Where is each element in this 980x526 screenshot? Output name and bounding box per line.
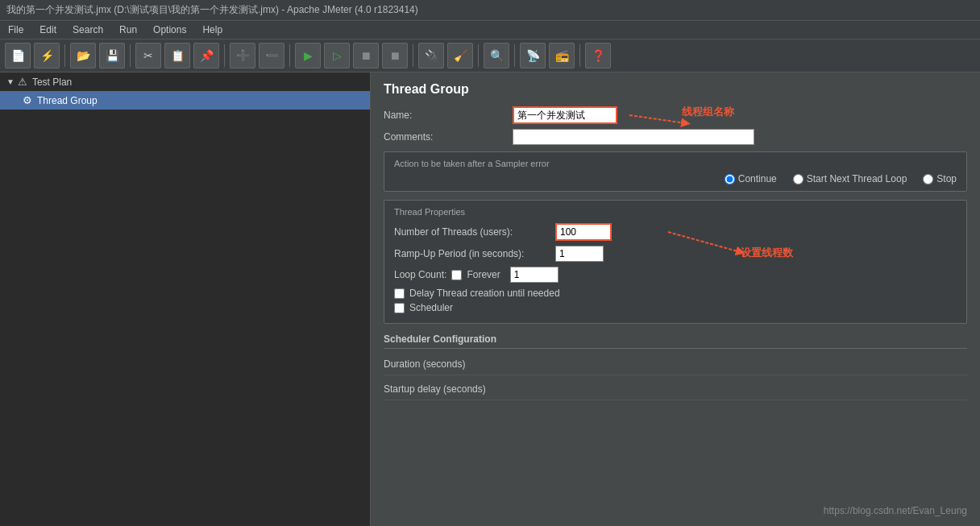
tree-toggle[interactable]: ▼ (6, 77, 15, 86)
loop-row: Loop Count: Forever (394, 267, 957, 283)
stop-now-button[interactable]: ⏹ (382, 43, 408, 68)
toolbar-sep-5 (413, 44, 413, 67)
radio-continue[interactable]: Continue (725, 173, 777, 184)
forever-label: Forever (467, 269, 500, 280)
action-section-title: Action to be taken after a Sampler error (394, 159, 957, 168)
scheduler-label: Scheduler (409, 302, 453, 313)
toolbar-sep-7 (514, 44, 515, 67)
startup-delay-input[interactable] (513, 382, 593, 396)
thread-properties-section: Thread Properties Number of Threads (use… (384, 200, 967, 324)
scheduler-checkbox[interactable] (394, 303, 405, 313)
remote-stop-all-button[interactable]: 📻 (549, 43, 575, 68)
stop-button[interactable]: ⏹ (353, 43, 379, 68)
radio-stop[interactable]: Stop (923, 173, 957, 184)
name-annotation: 线程组名称 (682, 105, 734, 119)
copy-button[interactable]: 📋 (164, 43, 190, 68)
new-button[interactable]: 📄 (5, 43, 31, 68)
remote-start-all-button[interactable]: 📡 (520, 43, 546, 68)
testplan-label: Test Plan (32, 77, 72, 88)
name-input[interactable] (513, 106, 617, 124)
title-bar: 我的第一个并发测试.jmx (D:\测试项目\我的第一个并发测试.jmx) - … (0, 0, 980, 21)
delay-label: Delay Thread creation until needed (409, 288, 560, 299)
comments-input[interactable] (513, 129, 754, 145)
startup-delay-row: Startup delay (seconds) (384, 379, 967, 400)
open-button[interactable]: 📂 (70, 43, 96, 68)
paste-button[interactable]: 📌 (193, 43, 219, 68)
templates-button[interactable]: ⚡ (34, 43, 60, 68)
rampup-row: Ramp-Up Period (in seconds): (394, 246, 957, 262)
loop-count-input[interactable] (510, 267, 559, 283)
toolbar-sep-2 (130, 44, 131, 67)
rampup-input[interactable] (555, 246, 604, 262)
forever-checkbox[interactable] (451, 270, 462, 280)
save-button[interactable]: 💾 (99, 43, 125, 68)
collapse-button[interactable]: ➖ (259, 43, 284, 68)
menu-help[interactable]: Help (199, 23, 226, 37)
name-row: Name: (384, 106, 967, 124)
action-radio-group: Continue Start Next Thread Loop Stop (394, 173, 957, 184)
toolbar-sep-1 (64, 44, 65, 67)
radio-start-next-label: Start Next Thread Loop (807, 173, 907, 184)
find-button[interactable]: 🔍 (484, 43, 509, 68)
scheduler-row: Scheduler (394, 302, 957, 313)
comments-label: Comments: (384, 131, 513, 143)
comments-row: Comments: (384, 129, 967, 145)
threads-label: Number of Threads (users): (394, 226, 555, 238)
run-remote-button[interactable]: ▷ (324, 43, 350, 68)
threads-annotation: 设置线程数 (741, 246, 793, 260)
menu-search[interactable]: Search (69, 23, 106, 37)
toolbar-sep-4 (289, 44, 290, 67)
main-layout: ▼ ⚠ Test Plan ⚙ Thread Group Thread Grou… (0, 72, 980, 526)
threads-row: Number of Threads (users): (394, 223, 957, 241)
radio-stop-input[interactable] (923, 174, 933, 184)
name-label: Name: (384, 110, 513, 121)
menu-file[interactable]: File (5, 23, 27, 37)
shutdown-button[interactable]: 🔌 (418, 43, 444, 68)
delay-row: Delay Thread creation until needed (394, 288, 957, 299)
threads-input[interactable] (555, 223, 612, 241)
duration-row: Duration (seconds) (384, 354, 967, 375)
menu-bar: File Edit Search Run Options Help (0, 21, 980, 39)
tree-item-testplan[interactable]: ▼ ⚠ Test Plan (0, 72, 370, 91)
duration-label: Duration (seconds) (384, 358, 513, 370)
radio-start-next-input[interactable] (793, 174, 804, 184)
right-panel: Thread Group Name: 线程组名称 Comments: (371, 72, 980, 526)
left-panel: ▼ ⚠ Test Plan ⚙ Thread Group (0, 72, 371, 526)
menu-edit[interactable]: Edit (36, 23, 60, 37)
startup-delay-label: Startup delay (seconds) (384, 383, 513, 395)
action-section: Action to be taken after a Sampler error… (384, 151, 967, 192)
toolbar-sep-3 (224, 44, 225, 67)
watermark: https://blog.csdn.net/Evan_Leung (824, 505, 967, 516)
duration-input[interactable] (513, 357, 593, 371)
threads-annotation-container: Number of Threads (users): 设置线程数 (394, 223, 957, 241)
toolbar: 📄 ⚡ 📂 💾 ✂ 📋 📌 ➕ ➖ ▶ ▷ ⏹ ⏹ 🔌 🧹 🔍 📡 📻 ❓ (0, 39, 980, 72)
threadgroup-label: Thread Group (37, 95, 98, 106)
threadgroup-icon: ⚙ (23, 94, 32, 106)
help-button[interactable]: ❓ (585, 43, 611, 68)
radio-continue-label: Continue (738, 173, 777, 184)
expand-button[interactable]: ➕ (230, 43, 255, 68)
tree-item-threadgroup[interactable]: ⚙ Thread Group (0, 91, 370, 110)
scheduler-config-section: Scheduler Configuration Duration (second… (384, 330, 967, 400)
rampup-label: Ramp-Up Period (in seconds): (394, 248, 555, 259)
panel-title: Thread Group (384, 82, 967, 97)
radio-start-next[interactable]: Start Next Thread Loop (793, 173, 907, 184)
testplan-icon: ⚠ (18, 76, 27, 88)
scheduler-config-title: Scheduler Configuration (384, 330, 967, 349)
radio-continue-input[interactable] (725, 174, 735, 184)
toolbar-sep-6 (478, 44, 479, 67)
menu-run[interactable]: Run (116, 23, 140, 37)
radio-stop-label: Stop (936, 173, 957, 184)
name-annotation-container: Name: 线程组名称 (384, 106, 967, 124)
cut-button[interactable]: ✂ (135, 43, 161, 68)
menu-options[interactable]: Options (150, 23, 189, 37)
clear-button[interactable]: 🧹 (447, 43, 473, 68)
thread-properties-title: Thread Properties (394, 207, 957, 217)
toolbar-sep-8 (579, 44, 580, 67)
run-button[interactable]: ▶ (295, 43, 321, 68)
delay-checkbox[interactable] (394, 288, 405, 299)
title-text: 我的第一个并发测试.jmx (D:\测试项目\我的第一个并发测试.jmx) - … (6, 4, 418, 15)
loop-label: Loop Count: (394, 269, 446, 280)
